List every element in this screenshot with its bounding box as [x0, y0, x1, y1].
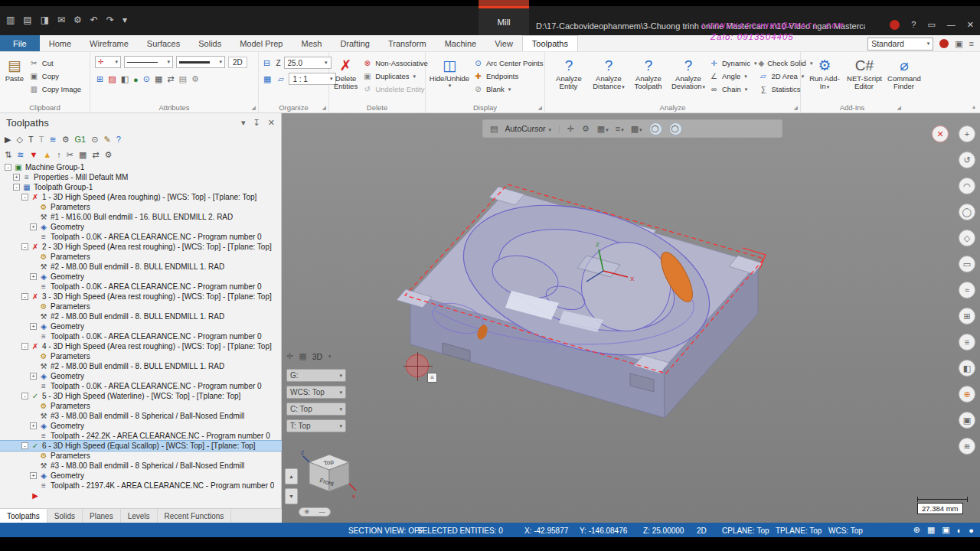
- redo-icon[interactable]: ↷: [106, 15, 114, 25]
- tree-row[interactable]: ≡ Toolpath - 242.2K - AREA CLEARANCE.NC …: [0, 431, 282, 441]
- tree-row[interactable]: - ✗ 3 - 3D High Speed (Area rest roughin…: [0, 292, 282, 302]
- 2d-3d-mode-button[interactable]: 2D: [228, 57, 247, 68]
- globe-icon[interactable]: ⊕: [913, 525, 920, 535]
- line-width-combo[interactable]: ▾: [176, 56, 225, 68]
- gcode-icon[interactable]: G1: [75, 135, 87, 144]
- attribute-icon[interactable]: ⊙: [143, 74, 150, 84]
- delete-entities-button[interactable]: ✗ Delete Entities: [334, 56, 358, 95]
- tree-row[interactable]: ⚒ #2 - M8.00 Bull endmill - 8. BULL ENDM…: [0, 361, 282, 371]
- tab-toolpaths[interactable]: Toolpaths: [522, 35, 578, 51]
- new-file-icon[interactable]: ▤: [23, 15, 31, 25]
- select-none-icon[interactable]: ◯: [669, 122, 682, 135]
- help-icon[interactable]: ?: [116, 135, 121, 144]
- exit-function-button[interactable]: ✕: [932, 126, 949, 142]
- tree-expander-icon[interactable]: -: [21, 393, 28, 399]
- tree-row[interactable]: ⚒ #2 - M8.00 Bull endmill - 8. BULL ENDM…: [0, 262, 282, 272]
- close-button[interactable]: ✕: [967, 20, 974, 30]
- collapse-ribbon-icon[interactable]: ▴: [972, 103, 975, 110]
- scroll-up-button[interactable]: ▲: [285, 468, 298, 484]
- copy-image-button[interactable]: ▥ Copy Image: [29, 83, 85, 95]
- verify-icon[interactable]: ⊙: [91, 135, 98, 144]
- regen-selected-icon[interactable]: ≋: [49, 135, 56, 144]
- tree-row[interactable]: - ✓ 5 - 3D High Speed (Waterline) - [WCS…: [0, 391, 282, 401]
- analyze-toolpath-button[interactable]: ? Analyze Toolpath: [629, 56, 668, 95]
- gview-selector[interactable]: G:▾: [286, 369, 346, 382]
- minimize-button[interactable]: —: [947, 20, 956, 30]
- lasso-select-icon[interactable]: ◇: [16, 135, 22, 144]
- customize-quick-access-icon[interactable]: ▾: [122, 15, 127, 25]
- move-insert-down-icon[interactable]: ▼: [29, 151, 38, 159]
- gview-axes-icon[interactable]: ✛: [286, 351, 293, 361]
- tab-wireframe[interactable]: Wireframe: [80, 35, 138, 51]
- viewport-tool-button[interactable]: ▣: [959, 412, 975, 429]
- selection-settings-icon[interactable]: ⚙: [582, 124, 590, 134]
- selection-list-icon[interactable]: ≡▾: [616, 124, 624, 133]
- grid-snap-icon[interactable]: ▦▾: [597, 124, 609, 134]
- tree-expander-icon[interactable]: +: [30, 472, 37, 479]
- dynamic-button[interactable]: ✛ Dynamic ▾: [709, 57, 756, 69]
- monitor-icon[interactable]: ▣: [955, 39, 962, 49]
- tab-model-prep[interactable]: Model Prep: [230, 35, 292, 51]
- blank-button[interactable]: ⊘ Blank ▾: [473, 83, 547, 95]
- panel-tab-planes[interactable]: Planes: [83, 509, 121, 523]
- analyze-distance-button[interactable]: ? Analyze Distance▾: [590, 56, 628, 95]
- tree-expander-icon[interactable]: -: [5, 164, 11, 171]
- duplicates-button[interactable]: ▣ Duplicates ▾: [362, 70, 432, 82]
- view-cube[interactable]: Top Front Z x: [300, 448, 360, 508]
- toolpath-options-icon[interactable]: ⚙: [105, 151, 113, 159]
- options-icon[interactable]: ⚙: [74, 15, 82, 25]
- autocursor-dropdown[interactable]: AutoCursor ▾: [505, 124, 551, 133]
- analyze-deviation-button[interactable]: ? Analyze Deviation▾: [669, 56, 707, 95]
- viewport-tool-button[interactable]: ↺: [959, 152, 975, 168]
- tree-row[interactable]: ▶: [0, 491, 282, 500]
- viewsheet-grid-icon[interactable]: ▦: [927, 525, 935, 535]
- tree-row[interactable]: ⚙ Parameters: [0, 401, 282, 411]
- tree-row[interactable]: - ✗ 1 - 3D High Speed (Area roughing) - …: [0, 192, 282, 202]
- levels-icon[interactable]: ⊟: [263, 58, 271, 68]
- tab-surfaces[interactable]: Surfaces: [138, 35, 189, 51]
- dialog-launcher-icon[interactable]: ◢: [322, 105, 326, 111]
- tree-expander-icon[interactable]: -: [21, 442, 28, 449]
- tree-row[interactable]: ⚒ #1 - M16.00 Bull endmill - 16. BULL EN…: [0, 212, 282, 222]
- tree-expander-icon[interactable]: +: [30, 323, 37, 330]
- graphics-viewport[interactable]: Z X ▤ AutoCursor ▾ | ✛ ⚙ ▦▾ ≡▾ ▩▾ ◯ ◯ ✛ …: [282, 113, 980, 523]
- autocursor-axis-icon[interactable]: ✛: [567, 124, 575, 134]
- trim-icon[interactable]: ✂: [67, 151, 74, 159]
- hatch-select-icon[interactable]: ▩▾: [631, 124, 642, 134]
- hide-unhide-button[interactable]: ◫ Hide/Unhide ▾: [430, 56, 469, 95]
- scroll-down-button[interactable]: ▼: [285, 488, 298, 504]
- tab-solids[interactable]: Solids: [189, 35, 230, 51]
- tree-row[interactable]: + ◈ Geometry: [0, 222, 282, 232]
- tree-row[interactable]: ⚙ Parameters: [0, 351, 282, 361]
- viewport-tool-button[interactable]: ▭: [959, 256, 975, 272]
- tree-row[interactable]: + ◈ Geometry: [0, 371, 282, 381]
- dialog-launcher-icon[interactable]: ◢: [897, 105, 901, 111]
- panel-tab-recent-functions[interactable]: Recent Functions: [158, 509, 232, 523]
- tree-row[interactable]: ≡ Toolpath - 0.0K - AREA CLEARANCE.NC - …: [0, 381, 282, 391]
- tree-row[interactable]: + ◈ Geometry: [0, 471, 282, 481]
- tab-machine[interactable]: Machine: [436, 35, 486, 51]
- zoom-pill[interactable]: ⊕—: [299, 507, 331, 517]
- tree-row[interactable]: - ✓ 6 - 3D High Speed (Equal Scallop) - …: [0, 441, 282, 451]
- tree-row[interactable]: - ▣ Machine Group-1: [0, 162, 282, 172]
- tree-row[interactable]: ⚒ #3 - M8.00 Ball endmill - 8 Spherical …: [0, 461, 282, 471]
- tree-row[interactable]: - ▦ Toolpath Group-1: [0, 182, 282, 192]
- tree-row[interactable]: ⚒ #3 - M8.00 Ball endmill - 8 Spherical …: [0, 411, 282, 421]
- tab-drafting[interactable]: Drafting: [331, 35, 379, 51]
- menu-icon[interactable]: ≡: [969, 39, 974, 48]
- close-panel-icon[interactable]: ✕: [268, 118, 275, 128]
- tree-row[interactable]: - ✗ 2 - 3D High Speed (Area rest roughin…: [0, 242, 282, 252]
- viewport-tool-button[interactable]: ◧: [959, 360, 975, 377]
- filter-toolpaths-icon[interactable]: T: [28, 135, 34, 144]
- swap-icon[interactable]: ⇄: [92, 151, 99, 159]
- tplane-selector[interactable]: T: Top▾: [286, 419, 346, 432]
- move-insert-up-icon[interactable]: ▲: [43, 151, 51, 159]
- status-dot-icon[interactable]: ●: [969, 526, 974, 535]
- line-style-combo[interactable]: ▾: [124, 56, 173, 68]
- tree-row[interactable]: + ≡ Properties - Mill Default MM: [0, 172, 282, 182]
- panel-tab-solids[interactable]: Solids: [47, 509, 83, 523]
- dialog-launcher-icon[interactable]: ◢: [252, 105, 256, 111]
- tree-expander-icon[interactable]: +: [30, 273, 37, 280]
- tab-transform[interactable]: Transform: [379, 35, 436, 51]
- run-addin-button[interactable]: ⚙ Run Add-In▾: [805, 56, 844, 91]
